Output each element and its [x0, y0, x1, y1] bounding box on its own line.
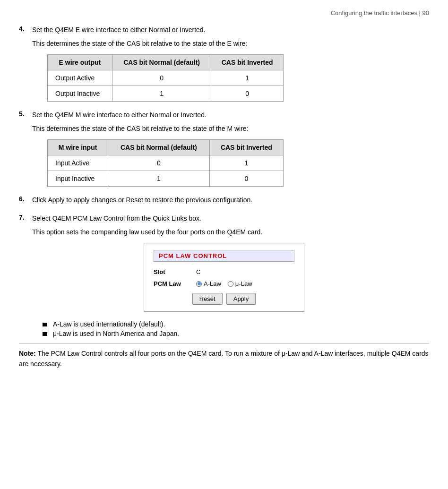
- alaw-option[interactable]: A-Law: [196, 280, 221, 287]
- pcm-law-label: PCM Law: [154, 280, 196, 287]
- apply-button[interactable]: Apply: [226, 293, 256, 305]
- table-row: Input Inactive10: [48, 171, 284, 187]
- pcm-title: PCM LAW CONTROL: [154, 250, 294, 262]
- bullet-text: A-Law is used internationally (default).: [53, 320, 165, 328]
- bullet-text: μ-Law is used in North America and Japan…: [53, 330, 179, 337]
- alaw-label: A-Law: [204, 280, 221, 287]
- row-v1: 1: [112, 86, 211, 102]
- pcm-buttons: Reset Apply: [154, 293, 294, 305]
- ulaw-option[interactable]: μ-Law: [228, 280, 252, 287]
- note-section: Note: The PCM Law Control controls all f…: [19, 343, 429, 369]
- pcm-law-row: PCM Law A-Law μ-Law: [154, 280, 294, 287]
- page-header: Configuring the traffic interfaces | 90: [19, 9, 429, 17]
- row-label: Output Inactive: [48, 86, 112, 102]
- pcm-slot-value: C: [196, 268, 200, 275]
- bullet-icon: [43, 332, 47, 336]
- header-text: Configuring the traffic interfaces | 90: [331, 9, 429, 17]
- row-v1: 1: [108, 171, 210, 187]
- pcm-inner: PCM LAW CONTROL Slot C PCM Law A-Law μ-L…: [144, 243, 304, 312]
- note-label: Note:: [19, 350, 36, 357]
- pcm-radio-group: A-Law μ-Law: [196, 280, 252, 287]
- row-label: Input Active: [48, 155, 108, 171]
- row-v1: 0: [108, 155, 210, 171]
- pcm-slot-row: Slot C: [154, 268, 294, 275]
- step4-section: 4. Set the Q4EM E wire interface to eith…: [19, 25, 429, 102]
- step4-sub: This determines the state of the CAS bit…: [32, 39, 429, 49]
- bullet-icon: [43, 323, 47, 326]
- step4-table: E wire output CAS bit Normal (default) C…: [47, 54, 284, 102]
- row-label: Output Active: [48, 70, 112, 86]
- step7-main: Select Q4EM PCM Law Control from the Qui…: [32, 214, 201, 223]
- step5-table: M wire input CAS bit Normal (default) CA…: [47, 139, 284, 187]
- row-v2: 0: [211, 86, 284, 102]
- step5-section: 5. Set the Q4EM M wire interface to eith…: [19, 110, 429, 187]
- step4-col3: CAS bit Inverted: [211, 55, 284, 70]
- step6-num: 6.: [19, 195, 32, 203]
- bullet-item: μ-Law is used in North America and Japan…: [43, 330, 429, 337]
- step5-col3: CAS bit Inverted: [209, 140, 283, 155]
- step6-text: Click Apply to apply changes or Reset to…: [32, 195, 252, 205]
- step5-main: Set the Q4EM M wire interface to either …: [32, 110, 207, 120]
- step7-num: 7.: [19, 214, 32, 221]
- note-text: The PCM Law Control controls all four po…: [19, 350, 429, 368]
- step6-section: 6. Click Apply to apply changes or Reset…: [19, 195, 429, 205]
- step5-col2: CAS bit Normal (default): [108, 140, 210, 155]
- pcm-title-text: PCM LAW CONTROL: [159, 252, 227, 259]
- row-v2: 1: [211, 70, 284, 86]
- bullet-list: A-Law is used internationally (default).…: [43, 320, 429, 337]
- step5-sub: This determines the state of the CAS bit…: [32, 124, 429, 134]
- ulaw-label: μ-Law: [235, 280, 252, 287]
- step7-sub: This option sets the companding law used…: [32, 227, 429, 237]
- row-v1: 0: [112, 70, 211, 86]
- step5-num: 5.: [19, 110, 32, 118]
- step4-col1: E wire output: [48, 55, 112, 70]
- step4-main: Set the Q4EM E wire interface to either …: [32, 25, 206, 35]
- row-v2: 0: [209, 171, 283, 187]
- table-row: Output Active01: [48, 70, 284, 86]
- bullet-item: A-Law is used internationally (default).: [43, 320, 429, 328]
- reset-button[interactable]: Reset: [192, 293, 223, 305]
- row-label: Input Inactive: [48, 171, 108, 187]
- table-row: Input Active01: [48, 155, 284, 171]
- ulaw-radio[interactable]: [228, 281, 233, 287]
- table-row: Output Inactive10: [48, 86, 284, 102]
- alaw-radio[interactable]: [196, 281, 202, 287]
- step4-col2: CAS bit Normal (default): [112, 55, 211, 70]
- step7-section: 7. Select Q4EM PCM Law Control from the …: [19, 214, 429, 312]
- pcm-slot-label: Slot: [154, 268, 196, 275]
- step5-col1: M wire input: [48, 140, 108, 155]
- pcm-box: PCM LAW CONTROL Slot C PCM Law A-Law μ-L…: [19, 243, 429, 312]
- step4-num: 4.: [19, 25, 32, 33]
- row-v2: 1: [209, 155, 283, 171]
